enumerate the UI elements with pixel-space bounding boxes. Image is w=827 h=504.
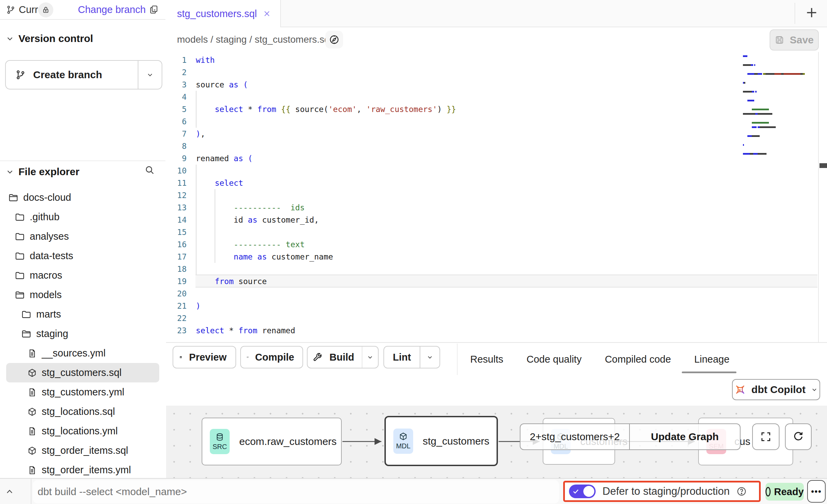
code-line-4[interactable]: 4 <box>166 91 827 103</box>
tab-stg-customers-sql[interactable]: stg_customers.sql <box>166 0 281 27</box>
code-line-15[interactable]: 15 <box>166 226 827 238</box>
change-branch-link[interactable]: Change branch <box>78 0 146 19</box>
branch-bar: Current Change branch <box>0 0 165 20</box>
build-button[interactable]: Build <box>307 346 379 368</box>
code-line-23[interactable]: 23select * from renamed <box>166 324 827 337</box>
result-tab-compiled-code[interactable]: Compiled code <box>605 354 671 365</box>
save-button[interactable]: Save <box>770 29 819 51</box>
save-icon <box>775 35 784 45</box>
file-tree-item-.github[interactable]: .github <box>6 207 159 227</box>
code-line-16[interactable]: 16 ---------- text <box>166 238 827 251</box>
file-label: marts <box>36 309 61 320</box>
lint-button[interactable]: Lint <box>383 346 440 368</box>
code-line-20[interactable]: 20 <box>166 288 827 300</box>
editor-toolbar: Preview Compile Build Lint Res <box>166 343 827 376</box>
code-line-14[interactable]: 14 id as customer_id, <box>166 214 827 226</box>
line-number: 22 <box>166 314 187 323</box>
close-icon[interactable] <box>262 9 271 18</box>
document-icon <box>27 465 37 475</box>
file-tree-item-docs-cloud[interactable]: docs-cloud <box>6 188 159 207</box>
code-line-2[interactable]: 2 <box>166 66 827 79</box>
file-tree-item-stg_order_items.yml[interactable]: stg_order_items.yml <box>6 460 159 480</box>
database-icon <box>215 433 224 442</box>
lint-dropdown[interactable] <box>420 347 439 368</box>
more-options-button[interactable]: ••• <box>807 480 826 503</box>
file-tree-item-stg_locations.sql[interactable]: stg_locations.sql <box>6 402 159 421</box>
defer-toggle[interactable] <box>569 485 596 498</box>
refresh-button[interactable] <box>785 423 812 450</box>
code-text: select * from {{ source('ecom', 'raw_cus… <box>187 105 456 114</box>
code-line-21[interactable]: 21) <box>166 300 827 312</box>
code-line-12[interactable]: 12 <box>166 189 827 201</box>
create-branch-button[interactable]: Create branch <box>5 60 162 89</box>
lineage-selector-input[interactable]: 2+stg_customers+2 <box>520 424 629 449</box>
create-branch-dropdown[interactable] <box>138 61 162 89</box>
lint-main[interactable]: Lint <box>384 352 420 363</box>
file-tree-item-stg_locations.yml[interactable]: stg_locations.yml <box>6 421 159 441</box>
update-graph-button[interactable]: Update Graph <box>630 424 740 449</box>
code-line-13[interactable]: 13 ---------- ids <box>166 201 827 214</box>
code-line-5[interactable]: 5 select * from {{ source('ecom', 'raw_c… <box>166 103 827 115</box>
code-line-8[interactable]: 8 <box>166 140 827 152</box>
help-icon[interactable] <box>736 486 747 496</box>
file-label: data-tests <box>30 250 73 262</box>
code-line-19[interactable]: 19 from source <box>166 275 827 288</box>
fullscreen-button[interactable] <box>752 423 779 450</box>
file-tree-item-stg_customers.yml[interactable]: stg_customers.yml <box>6 382 159 402</box>
badge-label: MDL <box>396 442 410 450</box>
result-tab-lineage[interactable]: Lineage <box>694 354 729 365</box>
code-line-3[interactable]: 3source as ( <box>166 79 827 91</box>
command-placeholder[interactable]: dbt build --select <model_name> <box>38 479 187 504</box>
line-number: 8 <box>166 142 187 151</box>
file-tree-item-staging[interactable]: staging <box>6 324 159 344</box>
code-line-11[interactable]: 11 select <box>166 177 827 189</box>
code-line-10[interactable]: 10 <box>166 165 827 177</box>
file-tree-item-marts[interactable]: marts <box>6 305 159 324</box>
collapse-panel-button[interactable] <box>5 487 14 496</box>
code-text: ), <box>187 129 205 138</box>
result-tab-code-quality[interactable]: Code quality <box>527 354 582 365</box>
file-tree-item-macros[interactable]: macros <box>6 266 159 285</box>
open-docs-button[interactable] <box>325 31 343 48</box>
file-tree-item-stg_customers.sql[interactable]: stg_customers.sql <box>6 363 159 382</box>
new-tab-button[interactable] <box>804 5 819 20</box>
dbt-copilot-button[interactable]: dbt Copilot <box>732 379 820 400</box>
build-main[interactable]: Build <box>308 352 362 363</box>
file-tree-item-models[interactable]: models <box>6 285 159 305</box>
file-tree-item-analyses[interactable]: analyses <box>6 227 159 246</box>
compile-button[interactable]: Compile <box>240 346 303 368</box>
toggle-knob <box>583 486 594 497</box>
code-line-18[interactable]: 18 <box>166 263 827 275</box>
line-number: 4 <box>166 93 187 101</box>
copy-branch-button[interactable] <box>149 0 159 19</box>
node-label: stg_customers <box>423 435 489 447</box>
file-tree-item-data-tests[interactable]: data-tests <box>6 246 159 266</box>
file-tree: docs-cloud.githubanalysesdata-testsmacro… <box>0 188 165 480</box>
preview-button[interactable]: Preview <box>173 346 236 368</box>
code-lines[interactable]: 1with23source as (45 select * from {{ so… <box>166 54 827 337</box>
lineage-node-source[interactable]: SRC ecom.raw_customers <box>202 418 342 465</box>
file-explorer-title: File explorer <box>18 166 79 178</box>
file-search-button[interactable] <box>144 165 155 176</box>
code-text: from source <box>187 277 267 286</box>
code-line-6[interactable]: 6 <box>166 115 827 128</box>
file-explorer-header[interactable]: File explorer <box>6 166 160 178</box>
result-tab-results[interactable]: Results <box>470 354 503 365</box>
file-label: stg_locations.sql <box>42 406 115 417</box>
status-circle-icon <box>765 487 771 496</box>
code-line-17[interactable]: 17 name as customer_name <box>166 251 827 263</box>
code-line-1[interactable]: 1with <box>166 54 827 66</box>
create-branch-main[interactable]: Create branch <box>6 61 138 89</box>
version-control-header[interactable]: Version control <box>6 33 93 44</box>
build-dropdown[interactable] <box>362 347 378 368</box>
lineage-graph[interactable]: SRC ecom.raw_customers MDL stg_customers… <box>166 406 827 478</box>
code-text: name as customer_name <box>187 252 333 261</box>
line-number: 12 <box>166 191 187 200</box>
code-line-7[interactable]: 7), <box>166 128 827 140</box>
code-line-22[interactable]: 22 <box>166 312 827 324</box>
lineage-node-stg-customers[interactable]: MDL stg_customers <box>384 416 498 466</box>
code-line-9[interactable]: 9renamed as ( <box>166 152 827 165</box>
file-tree-item-stg_order_items.sql[interactable]: stg_order_items.sql <box>6 441 159 460</box>
file-tree-item-__sources.yml[interactable]: __sources.yml <box>6 344 159 363</box>
code-editor[interactable]: 1with23source as (45 select * from {{ so… <box>166 52 827 343</box>
